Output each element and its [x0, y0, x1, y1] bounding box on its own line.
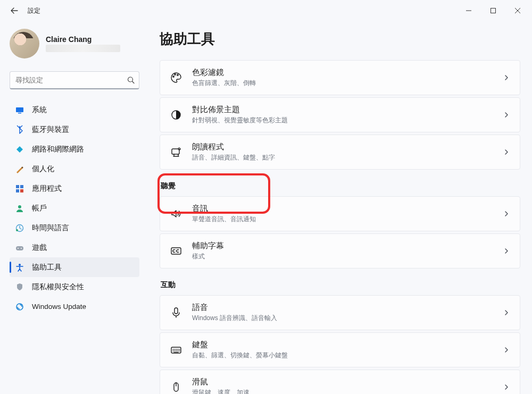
card-title: 語音	[192, 303, 277, 313]
titlebar: 設定	[0, 0, 532, 21]
back-button[interactable]	[5, 2, 23, 20]
svg-rect-12	[16, 246, 23, 250]
contrast-icon	[170, 108, 182, 121]
user-name: Claire Chang	[46, 35, 120, 44]
maximize-button[interactable]	[481, 2, 505, 19]
window-title: 設定	[28, 6, 40, 15]
chevron-right-icon	[503, 383, 510, 391]
sidebar-item-label: Windows Update	[32, 303, 86, 311]
mic-icon	[170, 306, 182, 319]
sidebar-item-label: 帳戶	[32, 204, 47, 213]
search-input[interactable]	[10, 71, 139, 89]
card-desc: 自黏、篩選、切換鍵、螢幕小鍵盤	[192, 351, 288, 360]
palette-icon	[170, 71, 182, 84]
card-desc: 針對弱視、視覺靈敏度等色彩主題	[192, 116, 288, 125]
chevron-right-icon	[503, 247, 510, 255]
arrow-left-icon	[10, 6, 19, 15]
card-title: 滑鼠	[192, 377, 250, 387]
settings-card-palette[interactable]: 色彩濾鏡 色盲篩選、灰階、倒轉	[160, 60, 520, 95]
main-content: 協助工具 色彩濾鏡 色盲篩選、灰階、倒轉 對比佈景主題 針對弱視、視覺靈敏度等色…	[144, 21, 532, 394]
sidebar-item-label: 個人化	[32, 164, 54, 174]
close-button[interactable]	[505, 2, 530, 19]
card-title: 音訊	[192, 204, 256, 214]
sidebar-item-gaming[interactable]: 遊戲	[10, 238, 139, 257]
chevron-right-icon	[503, 74, 510, 81]
accessibility-icon	[15, 263, 24, 272]
avatar	[10, 29, 39, 58]
update-icon	[15, 302, 24, 312]
sidebar-item-label: 系統	[32, 105, 47, 115]
sidebar-item-label: 時間與語言	[32, 223, 69, 233]
settings-card-audio[interactable]: 音訊 單聲道音訊、音訊通知	[160, 196, 520, 231]
sidebar-item-update[interactable]: Windows Update	[10, 297, 139, 316]
bluetooth-icon	[15, 125, 24, 135]
chevron-right-icon	[503, 346, 510, 354]
personalize-icon	[15, 164, 24, 174]
section-heading: 互動	[161, 280, 520, 290]
svg-rect-24	[174, 308, 178, 314]
settings-card-mouse[interactable]: 滑鼠 滑鼠鍵、速度、加速	[160, 370, 520, 394]
svg-rect-0	[491, 9, 496, 13]
chevron-right-icon	[503, 309, 510, 316]
sidebar-nav: 系統藍牙與裝置網路和網際網路個人化應用程式帳戶時間與語言遊戲協助工具隱私權與安全…	[10, 100, 139, 316]
sidebar-item-accessibility[interactable]: 協助工具	[10, 257, 139, 277]
sidebar-item-label: 隱私權與安全性	[32, 282, 84, 292]
svg-point-14	[21, 248, 22, 249]
card-title: 輔助字幕	[192, 241, 224, 251]
svg-rect-6	[20, 185, 23, 188]
sidebar-item-personalize[interactable]: 個人化	[10, 159, 139, 179]
sidebar-item-label: 網路和網際網路	[32, 145, 84, 154]
narrator-icon	[170, 146, 182, 158]
minimize-button[interactable]	[456, 2, 481, 19]
settings-card-mic[interactable]: 語音 Windows 語音辨識、語音輸入	[160, 295, 520, 330]
time-icon	[15, 223, 24, 233]
card-desc: 色盲篩選、灰階、倒轉	[192, 79, 256, 88]
sidebar-item-label: 遊戲	[32, 243, 47, 253]
svg-point-13	[18, 248, 19, 249]
svg-rect-5	[16, 185, 19, 188]
window-controls	[456, 2, 530, 19]
svg-point-11	[16, 229, 18, 231]
sidebar-item-label: 應用程式	[32, 184, 62, 194]
svg-rect-3	[18, 113, 21, 114]
gaming-icon	[15, 243, 24, 253]
sidebar-item-network[interactable]: 網路和網際網路	[10, 139, 139, 159]
settings-card-contrast[interactable]: 對比佈景主題 針對弱視、視覺靈敏度等色彩主題	[160, 97, 520, 132]
sidebar: Claire Chang 系統藍牙與裝置網路和網際網路個人化應用程式帳戶時間與語…	[0, 21, 144, 394]
audio-icon	[170, 207, 182, 220]
svg-point-17	[173, 76, 174, 77]
svg-rect-2	[16, 107, 23, 112]
chevron-right-icon	[503, 148, 510, 156]
page-title: 協助工具	[160, 30, 520, 48]
settings-card-cc[interactable]: 輔助字幕 樣式	[160, 233, 520, 269]
sidebar-item-apps[interactable]: 應用程式	[10, 179, 139, 198]
sidebar-item-bluetooth[interactable]: 藍牙與裝置	[10, 120, 139, 139]
sidebar-item-system[interactable]: 系統	[10, 100, 139, 120]
sidebar-item-privacy[interactable]: 隱私權與安全性	[10, 277, 139, 297]
apps-icon	[15, 184, 24, 194]
cc-icon	[170, 245, 182, 257]
svg-rect-7	[16, 189, 19, 192]
chevron-right-icon	[503, 210, 510, 217]
section-heading: 聽覺	[161, 181, 520, 191]
card-desc: 單聲道音訊、音訊通知	[192, 215, 256, 224]
card-title: 色彩濾鏡	[192, 68, 256, 78]
card-desc: 樣式	[192, 252, 224, 261]
search-box	[10, 71, 139, 89]
user-block[interactable]: Claire Chang	[10, 29, 139, 58]
settings-card-keyboard[interactable]: 鍵盤 自黏、篩選、切換鍵、螢幕小鍵盤	[160, 332, 520, 367]
settings-card-narrator[interactable]: 朗讀程式 語音、詳細資訊、鍵盤、點字	[160, 135, 520, 170]
mouse-icon	[170, 381, 182, 393]
sidebar-item-accounts[interactable]: 帳戶	[10, 198, 139, 218]
sidebar-item-label: 藍牙與裝置	[32, 125, 69, 135]
svg-point-18	[174, 74, 176, 75]
card-desc: 語音、詳細資訊、鍵盤、點字	[192, 153, 275, 162]
svg-rect-21	[172, 149, 179, 154]
svg-point-4	[22, 166, 23, 168]
keyboard-icon	[170, 343, 182, 356]
network-icon	[15, 145, 24, 154]
search-icon	[127, 77, 135, 85]
system-icon	[15, 105, 24, 115]
card-desc: 滑鼠鍵、速度、加速	[192, 388, 250, 394]
sidebar-item-time[interactable]: 時間與語言	[10, 218, 139, 238]
